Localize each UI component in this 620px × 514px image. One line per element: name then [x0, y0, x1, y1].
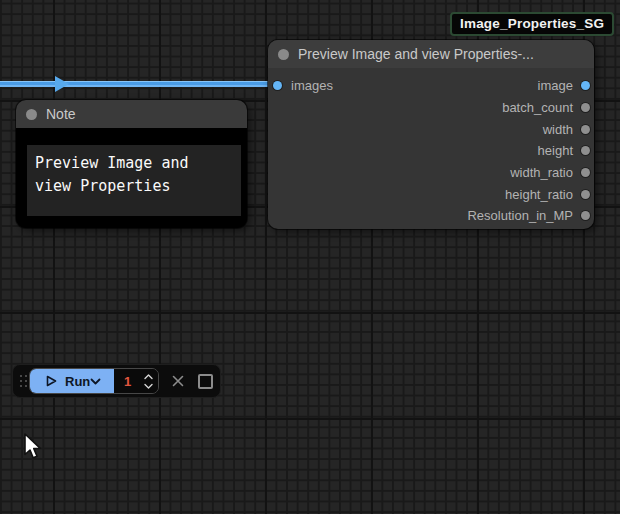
- stepper-up-icon[interactable]: [144, 374, 153, 380]
- run-button[interactable]: Run: [30, 369, 114, 393]
- collapse-dot-icon[interactable]: [26, 109, 37, 120]
- input-slot-images[interactable]: images: [268, 78, 333, 93]
- note-node[interactable]: Note Preview Image and view Properties: [16, 100, 247, 228]
- output-label: height_ratio: [505, 187, 573, 202]
- output-label: height: [538, 143, 573, 158]
- run-toolbar[interactable]: Run 1: [12, 364, 221, 398]
- run-button-label: Run: [65, 374, 90, 389]
- stepper-down-icon[interactable]: [144, 383, 153, 389]
- mouse-cursor-icon: [23, 433, 42, 461]
- node-preview-image-properties[interactable]: Preview Image and view Properties-... im…: [268, 40, 594, 229]
- output-label: Resolution_in_MP: [467, 208, 573, 223]
- output-label: width_ratio: [510, 165, 573, 180]
- stop-button[interactable]: [195, 371, 215, 391]
- output-slot-height-ratio[interactable]: height_ratio: [505, 187, 594, 202]
- output-dot-icon[interactable]: [581, 103, 590, 112]
- batch-count-input[interactable]: 1: [114, 369, 158, 393]
- output-dot-icon[interactable]: [581, 125, 590, 134]
- close-icon: [171, 374, 185, 388]
- cancel-button[interactable]: [168, 371, 188, 391]
- output-label: batch_count: [502, 100, 573, 115]
- node-body: images image batch_count width: [268, 68, 594, 227]
- output-dot-icon[interactable]: [581, 211, 590, 220]
- subgraph-title-badge[interactable]: Image_Properties_SG: [450, 12, 614, 36]
- output-dot-icon[interactable]: [581, 81, 590, 90]
- note-node-header[interactable]: Note: [16, 100, 247, 128]
- chevron-down-icon[interactable]: [90, 378, 101, 385]
- output-slot-width[interactable]: width: [543, 122, 594, 137]
- node-title: Preview Image and view Properties-...: [298, 46, 534, 62]
- output-label: image: [538, 78, 573, 93]
- node-graph-canvas[interactable]: Image_Properties_SG Preview Image and vi…: [0, 0, 620, 514]
- output-dot-icon[interactable]: [581, 190, 590, 199]
- output-slot-width-ratio[interactable]: width_ratio: [510, 165, 594, 180]
- input-dot-icon[interactable]: [273, 81, 282, 90]
- output-slot-resolution-in-mp[interactable]: Resolution_in_MP: [467, 208, 594, 223]
- output-dot-icon[interactable]: [581, 168, 590, 177]
- link-direction-arrow-icon: [55, 76, 69, 92]
- play-icon: [46, 375, 57, 387]
- note-node-body: Preview Image and view Properties: [16, 128, 247, 228]
- output-dot-icon[interactable]: [581, 146, 590, 155]
- stop-square-icon: [198, 374, 213, 389]
- batch-count-stepper: [141, 374, 156, 389]
- run-button-group: Run 1: [29, 368, 159, 394]
- output-slot-image[interactable]: image: [538, 78, 594, 93]
- link-wire: [0, 81, 273, 87]
- input-label: images: [291, 78, 333, 93]
- drag-handle-icon[interactable]: [18, 374, 28, 388]
- output-slot-batch-count[interactable]: batch_count: [502, 100, 594, 115]
- node-header[interactable]: Preview Image and view Properties-...: [268, 40, 594, 68]
- note-node-title: Note: [46, 106, 76, 122]
- output-slot-height[interactable]: height: [538, 143, 594, 158]
- batch-count-value[interactable]: 1: [114, 374, 141, 389]
- note-textarea[interactable]: Preview Image and view Properties: [27, 145, 241, 216]
- collapse-dot-icon[interactable]: [278, 49, 289, 60]
- output-label: width: [543, 122, 573, 137]
